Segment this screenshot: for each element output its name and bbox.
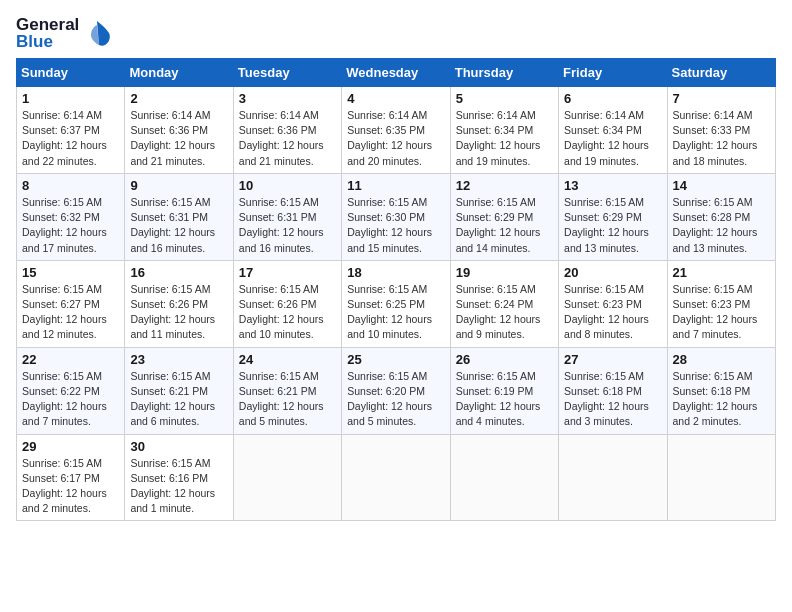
day-info: Sunrise: 6:15 AM Sunset: 6:18 PM Dayligh… bbox=[673, 369, 770, 430]
day-number: 11 bbox=[347, 178, 444, 193]
day-number: 18 bbox=[347, 265, 444, 280]
day-cell-4: 4Sunrise: 6:14 AM Sunset: 6:35 PM Daylig… bbox=[342, 87, 450, 174]
day-cell-7: 7Sunrise: 6:14 AM Sunset: 6:33 PM Daylig… bbox=[667, 87, 775, 174]
day-info: Sunrise: 6:15 AM Sunset: 6:23 PM Dayligh… bbox=[673, 282, 770, 343]
day-number: 25 bbox=[347, 352, 444, 367]
day-number: 26 bbox=[456, 352, 553, 367]
day-cell-22: 22Sunrise: 6:15 AM Sunset: 6:22 PM Dayli… bbox=[17, 347, 125, 434]
day-info: Sunrise: 6:14 AM Sunset: 6:34 PM Dayligh… bbox=[456, 108, 553, 169]
day-cell-30: 30Sunrise: 6:15 AM Sunset: 6:16 PM Dayli… bbox=[125, 434, 233, 521]
day-cell-24: 24Sunrise: 6:15 AM Sunset: 6:21 PM Dayli… bbox=[233, 347, 341, 434]
day-number: 27 bbox=[564, 352, 661, 367]
day-cell-20: 20Sunrise: 6:15 AM Sunset: 6:23 PM Dayli… bbox=[559, 260, 667, 347]
logo-icon bbox=[83, 19, 113, 47]
day-cell-19: 19Sunrise: 6:15 AM Sunset: 6:24 PM Dayli… bbox=[450, 260, 558, 347]
day-info: Sunrise: 6:15 AM Sunset: 6:21 PM Dayligh… bbox=[130, 369, 227, 430]
day-info: Sunrise: 6:14 AM Sunset: 6:34 PM Dayligh… bbox=[564, 108, 661, 169]
day-number: 8 bbox=[22, 178, 119, 193]
empty-cell bbox=[342, 434, 450, 521]
day-info: Sunrise: 6:15 AM Sunset: 6:23 PM Dayligh… bbox=[564, 282, 661, 343]
weekday-header-tuesday: Tuesday bbox=[233, 59, 341, 87]
day-info: Sunrise: 6:14 AM Sunset: 6:33 PM Dayligh… bbox=[673, 108, 770, 169]
day-info: Sunrise: 6:14 AM Sunset: 6:36 PM Dayligh… bbox=[239, 108, 336, 169]
weekday-header-sunday: Sunday bbox=[17, 59, 125, 87]
day-cell-23: 23Sunrise: 6:15 AM Sunset: 6:21 PM Dayli… bbox=[125, 347, 233, 434]
empty-cell bbox=[450, 434, 558, 521]
day-cell-9: 9Sunrise: 6:15 AM Sunset: 6:31 PM Daylig… bbox=[125, 173, 233, 260]
day-number: 23 bbox=[130, 352, 227, 367]
day-cell-25: 25Sunrise: 6:15 AM Sunset: 6:20 PM Dayli… bbox=[342, 347, 450, 434]
day-cell-27: 27Sunrise: 6:15 AM Sunset: 6:18 PM Dayli… bbox=[559, 347, 667, 434]
day-info: Sunrise: 6:15 AM Sunset: 6:29 PM Dayligh… bbox=[564, 195, 661, 256]
day-info: Sunrise: 6:15 AM Sunset: 6:21 PM Dayligh… bbox=[239, 369, 336, 430]
day-number: 24 bbox=[239, 352, 336, 367]
day-number: 30 bbox=[130, 439, 227, 454]
day-cell-28: 28Sunrise: 6:15 AM Sunset: 6:18 PM Dayli… bbox=[667, 347, 775, 434]
day-info: Sunrise: 6:15 AM Sunset: 6:20 PM Dayligh… bbox=[347, 369, 444, 430]
day-number: 5 bbox=[456, 91, 553, 106]
day-cell-14: 14Sunrise: 6:15 AM Sunset: 6:28 PM Dayli… bbox=[667, 173, 775, 260]
day-number: 28 bbox=[673, 352, 770, 367]
weekday-header-friday: Friday bbox=[559, 59, 667, 87]
day-number: 22 bbox=[22, 352, 119, 367]
day-number: 9 bbox=[130, 178, 227, 193]
day-info: Sunrise: 6:15 AM Sunset: 6:29 PM Dayligh… bbox=[456, 195, 553, 256]
day-cell-21: 21Sunrise: 6:15 AM Sunset: 6:23 PM Dayli… bbox=[667, 260, 775, 347]
day-number: 29 bbox=[22, 439, 119, 454]
logo-text-general: General bbox=[16, 16, 79, 33]
day-number: 21 bbox=[673, 265, 770, 280]
day-number: 14 bbox=[673, 178, 770, 193]
day-cell-18: 18Sunrise: 6:15 AM Sunset: 6:25 PM Dayli… bbox=[342, 260, 450, 347]
day-info: Sunrise: 6:15 AM Sunset: 6:31 PM Dayligh… bbox=[239, 195, 336, 256]
day-cell-10: 10Sunrise: 6:15 AM Sunset: 6:31 PM Dayli… bbox=[233, 173, 341, 260]
day-info: Sunrise: 6:15 AM Sunset: 6:17 PM Dayligh… bbox=[22, 456, 119, 517]
day-info: Sunrise: 6:15 AM Sunset: 6:22 PM Dayligh… bbox=[22, 369, 119, 430]
empty-cell bbox=[667, 434, 775, 521]
day-info: Sunrise: 6:14 AM Sunset: 6:37 PM Dayligh… bbox=[22, 108, 119, 169]
logo: General Blue bbox=[16, 16, 113, 50]
day-info: Sunrise: 6:15 AM Sunset: 6:31 PM Dayligh… bbox=[130, 195, 227, 256]
day-number: 10 bbox=[239, 178, 336, 193]
day-info: Sunrise: 6:15 AM Sunset: 6:18 PM Dayligh… bbox=[564, 369, 661, 430]
day-cell-1: 1Sunrise: 6:14 AM Sunset: 6:37 PM Daylig… bbox=[17, 87, 125, 174]
calendar-table: SundayMondayTuesdayWednesdayThursdayFrid… bbox=[16, 58, 776, 521]
day-number: 17 bbox=[239, 265, 336, 280]
logo-text-blue: Blue bbox=[16, 33, 79, 50]
day-cell-11: 11Sunrise: 6:15 AM Sunset: 6:30 PM Dayli… bbox=[342, 173, 450, 260]
weekday-header-monday: Monday bbox=[125, 59, 233, 87]
day-number: 4 bbox=[347, 91, 444, 106]
day-info: Sunrise: 6:15 AM Sunset: 6:25 PM Dayligh… bbox=[347, 282, 444, 343]
day-info: Sunrise: 6:15 AM Sunset: 6:26 PM Dayligh… bbox=[239, 282, 336, 343]
day-number: 3 bbox=[239, 91, 336, 106]
day-number: 2 bbox=[130, 91, 227, 106]
day-cell-17: 17Sunrise: 6:15 AM Sunset: 6:26 PM Dayli… bbox=[233, 260, 341, 347]
day-cell-13: 13Sunrise: 6:15 AM Sunset: 6:29 PM Dayli… bbox=[559, 173, 667, 260]
day-number: 1 bbox=[22, 91, 119, 106]
day-number: 13 bbox=[564, 178, 661, 193]
day-number: 6 bbox=[564, 91, 661, 106]
day-info: Sunrise: 6:14 AM Sunset: 6:35 PM Dayligh… bbox=[347, 108, 444, 169]
day-info: Sunrise: 6:14 AM Sunset: 6:36 PM Dayligh… bbox=[130, 108, 227, 169]
day-number: 16 bbox=[130, 265, 227, 280]
day-cell-29: 29Sunrise: 6:15 AM Sunset: 6:17 PM Dayli… bbox=[17, 434, 125, 521]
day-number: 20 bbox=[564, 265, 661, 280]
day-info: Sunrise: 6:15 AM Sunset: 6:24 PM Dayligh… bbox=[456, 282, 553, 343]
day-info: Sunrise: 6:15 AM Sunset: 6:30 PM Dayligh… bbox=[347, 195, 444, 256]
weekday-header-saturday: Saturday bbox=[667, 59, 775, 87]
day-cell-12: 12Sunrise: 6:15 AM Sunset: 6:29 PM Dayli… bbox=[450, 173, 558, 260]
weekday-header-thursday: Thursday bbox=[450, 59, 558, 87]
day-cell-5: 5Sunrise: 6:14 AM Sunset: 6:34 PM Daylig… bbox=[450, 87, 558, 174]
day-number: 15 bbox=[22, 265, 119, 280]
empty-cell bbox=[559, 434, 667, 521]
day-info: Sunrise: 6:15 AM Sunset: 6:32 PM Dayligh… bbox=[22, 195, 119, 256]
page-header: General Blue bbox=[16, 16, 776, 50]
day-cell-26: 26Sunrise: 6:15 AM Sunset: 6:19 PM Dayli… bbox=[450, 347, 558, 434]
day-cell-3: 3Sunrise: 6:14 AM Sunset: 6:36 PM Daylig… bbox=[233, 87, 341, 174]
day-info: Sunrise: 6:15 AM Sunset: 6:19 PM Dayligh… bbox=[456, 369, 553, 430]
day-cell-2: 2Sunrise: 6:14 AM Sunset: 6:36 PM Daylig… bbox=[125, 87, 233, 174]
day-cell-6: 6Sunrise: 6:14 AM Sunset: 6:34 PM Daylig… bbox=[559, 87, 667, 174]
day-info: Sunrise: 6:15 AM Sunset: 6:26 PM Dayligh… bbox=[130, 282, 227, 343]
day-cell-8: 8Sunrise: 6:15 AM Sunset: 6:32 PM Daylig… bbox=[17, 173, 125, 260]
empty-cell bbox=[233, 434, 341, 521]
weekday-header-wednesday: Wednesday bbox=[342, 59, 450, 87]
